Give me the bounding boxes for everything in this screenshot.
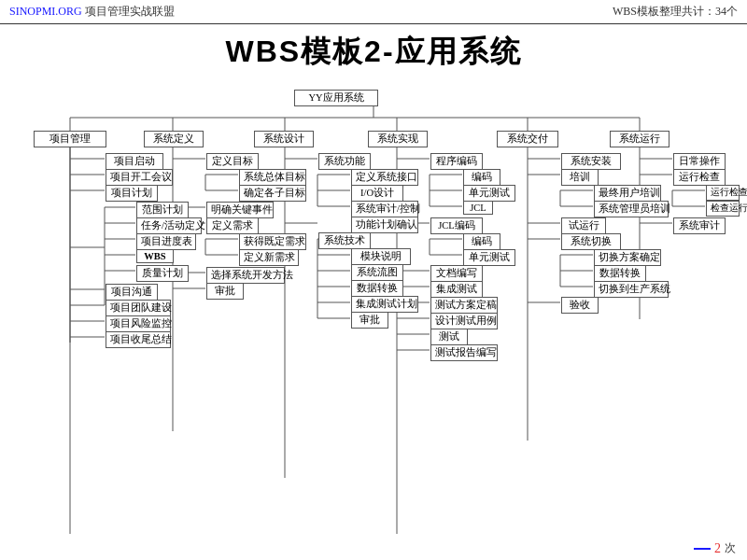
node-danyuan-ceshi1: 单元测试 xyxy=(463,185,515,202)
node-tuandui: 项目团队建设 xyxy=(106,300,171,316)
node-dingyi-mubiao: 定义目标 xyxy=(206,153,259,170)
node-jindu-biao: 项目进度表 xyxy=(136,233,196,250)
node-dingyi-jiemian: 定义系统接口 xyxy=(351,169,418,186)
node-sheji-yongli: 设计测试用例 xyxy=(430,313,498,329)
node-jicheng-ceshi: 集成测试 xyxy=(430,281,483,298)
node-mingque-guanjian: 明确关键事件 xyxy=(206,202,274,218)
node-col3-shenpi: 审批 xyxy=(351,312,388,329)
node-xitong-jishu: 系统技术 xyxy=(318,232,371,249)
wbs-count: WBS模板整理共计：34个 xyxy=(613,4,738,20)
node-jcl: JCL xyxy=(463,201,493,215)
node-wendang-bianxie: 文档编写 xyxy=(430,265,483,282)
col-header-3: 系统设计 xyxy=(254,131,314,147)
header: SINOPMI.ORG 项目管理实战联盟 WBS模板整理共计：34个 xyxy=(0,0,747,24)
root-label: YY应用系统 xyxy=(308,92,363,103)
page-number: 2 xyxy=(714,541,721,556)
col-header-1: 项目管理 xyxy=(34,131,106,147)
org-name: SINOPMI.ORG xyxy=(9,5,82,18)
node-xitong-gongneng: 系统功能 xyxy=(318,153,371,170)
node-xitong-anzhuang: 系统安装 xyxy=(561,153,621,170)
title-area: WBS模板2-应用系统 xyxy=(0,24,747,77)
node-jiancha-zhuangtai: 检查运行状况 xyxy=(706,201,740,217)
node-jcl-biama-sub: 编码 xyxy=(463,233,500,250)
node-dingyi-xuqiu: 定义需求 xyxy=(206,217,259,234)
node-ceshi: 测试 xyxy=(430,329,468,345)
node-yanshou: 验收 xyxy=(561,297,599,314)
node-xiangmu-qidong: 项目启动 xyxy=(106,153,163,170)
node-queding-zimubiao: 确定各子目标 xyxy=(239,185,306,202)
node-qiehuan-fangan: 切换方案确定 xyxy=(594,249,661,266)
node-richang-caozuo: 日常操作 xyxy=(673,153,726,170)
footer-line xyxy=(694,548,711,550)
node-yunxing-jiancha: 运行检查 xyxy=(673,169,726,186)
node-xitong-shenjikongzhi: 系统审计/控制 xyxy=(351,201,418,217)
node-xiangmu-jihua: 项目计划 xyxy=(106,185,158,202)
node-gongneng-jihua: 功能计划确认 xyxy=(351,217,418,233)
node-jicheng-ceshi-jihua: 集成测试计划 xyxy=(351,296,418,313)
node-jcl-biama: JCL编码 xyxy=(430,217,483,234)
chart-area: YY应用系统 项目管理 系统定义 系统设计 系统实现 系统交付 系统运行 项目启… xyxy=(0,77,747,560)
footer-slash: 次 xyxy=(725,540,736,556)
node-goutong: 项目沟通 xyxy=(106,284,158,301)
header-left: SINOPMI.ORG 项目管理实战联盟 xyxy=(9,4,175,20)
col-header-5: 系统交付 xyxy=(497,131,558,147)
node-xitong-shenji: 系统审计 xyxy=(673,217,726,234)
node-io-sheji: I/O设计 xyxy=(351,185,403,202)
node-chengxu-biama: 程序编码 xyxy=(430,153,483,170)
node-fengxian: 项目风险监控 xyxy=(106,315,171,332)
col-header-2: 系统定义 xyxy=(144,131,204,147)
node-zuizhong-peixun: 最终用户培训 xyxy=(594,185,661,202)
node-mokuai-shuoming: 模块说明 xyxy=(351,248,411,265)
node-peixun: 培训 xyxy=(561,169,599,186)
node-xiangmu-kaigong: 项目开工会议 xyxy=(106,169,173,186)
footer: 2 次 xyxy=(694,540,736,556)
node-col2-shenpi: 审批 xyxy=(206,283,244,300)
node-fanwei-jihua: 范围计划 xyxy=(136,202,189,218)
node-ceshi-fangan: 测试方案定稿 xyxy=(430,297,498,314)
node-xuanze-fangfa: 选择系统开发方法 xyxy=(206,267,285,284)
node-qiehuan-shengchan: 切换到生产系统 xyxy=(594,281,669,298)
node-danyuan-ceshi2: 单元测试 xyxy=(463,249,515,266)
node-biama: 编码 xyxy=(463,169,500,186)
node-zongti-mubiao: 系统总体目标 xyxy=(239,169,306,186)
node-xitong-guanli-peixun: 系统管理员培训 xyxy=(594,201,669,217)
node-wbs: WBS xyxy=(136,249,174,263)
node-huode-xuqiu: 获得既定需求 xyxy=(239,233,306,250)
node-dingyi-xinxuqiu: 定义新需求 xyxy=(239,249,299,266)
node-shuju-zhuanhuan2: 数据转换 xyxy=(594,265,646,282)
node-shiyunxing: 试运行 xyxy=(561,217,606,234)
root-node: YY应用系统 xyxy=(294,90,378,106)
main-title: WBS模板2-应用系统 xyxy=(0,32,747,73)
col-header-6: 系统运行 xyxy=(610,131,669,147)
node-renwu-huodong: 任务/活动定义 xyxy=(136,217,202,234)
node-zhiliang-jihua: 质量计划 xyxy=(136,265,189,282)
node-yunxing-jiancha-jihua: 运行检查计划 xyxy=(706,185,740,201)
org-label: 项目管理实战联盟 xyxy=(85,5,175,18)
node-shuju-zhuanhuan: 数据转换 xyxy=(351,280,403,297)
node-xitong-qiehuan: 系统切换 xyxy=(561,233,621,250)
node-ceshi-baogao: 测试报告编写 xyxy=(430,344,498,361)
node-xitong-liucheng: 系统流图 xyxy=(351,264,403,281)
node-shouwei: 项目收尾总结 xyxy=(106,331,171,348)
col-header-4: 系统实现 xyxy=(368,131,428,147)
